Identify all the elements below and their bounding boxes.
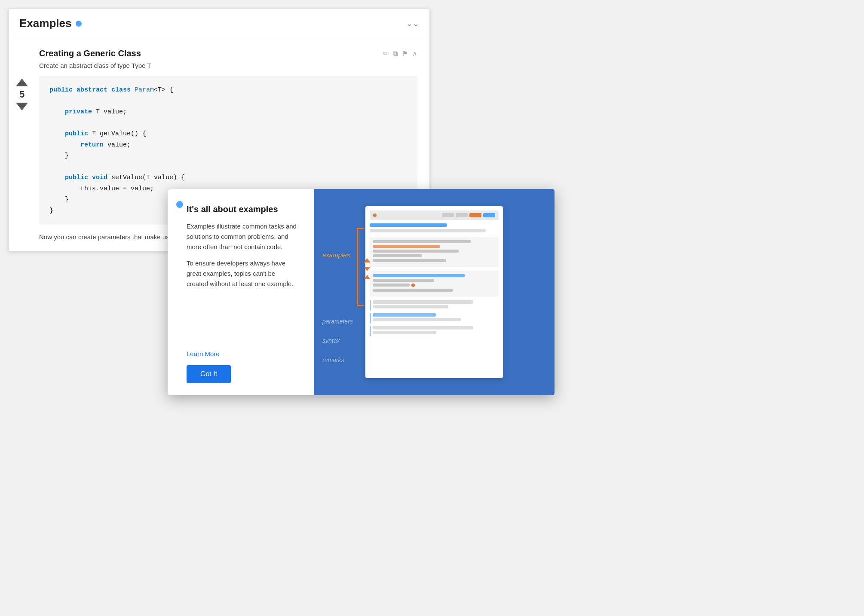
mockup-tab-4 [483, 213, 495, 217]
mockup-remarks-line-2 [373, 331, 436, 334]
mockup-tab-bar [442, 213, 495, 217]
label-examples: examples [322, 251, 350, 259]
external-link-icon[interactable]: ⧉ [393, 50, 398, 58]
orange-bracket-bottom [357, 305, 364, 306]
panel-title: Examples [19, 17, 71, 30]
mockup-param-line-1 [373, 300, 473, 304]
mockup-syntax-line-2 [373, 318, 461, 321]
label-syntax: syntax [322, 337, 340, 344]
mockup-remarks-row [370, 326, 499, 336]
mockup-code-line-5 [373, 259, 446, 262]
mockup-code-line-7 [373, 279, 434, 282]
example-actions: ✏ ⧉ ⚑ ∧ [383, 49, 417, 58]
code-line-8 [49, 162, 407, 173]
mockup-remarks-bar [370, 326, 371, 336]
mockup-section-1 [370, 223, 499, 232]
mockup-code-block-1 [370, 237, 499, 267]
mockup-parameters-row [370, 300, 499, 311]
mockup-syntax-row [370, 313, 499, 323]
label-parameters: parameters [322, 318, 353, 325]
orange-bracket [357, 228, 358, 305]
mockup-syntax-bar [370, 313, 371, 323]
tooltip-right-panel: examples parameters syntax remarks [314, 189, 555, 395]
mockup-code-line-2 [373, 245, 440, 248]
tooltip-body: Examples illustrate common tasks and sol… [187, 221, 298, 350]
mockup-code-line-4 [373, 254, 422, 257]
mockup-container [365, 206, 503, 378]
got-it-button[interactable]: Got It [187, 365, 231, 383]
tooltip-left-panel: It's all about examples Examples illustr… [168, 189, 314, 395]
mockup-remarks-line-1 [373, 326, 473, 329]
mockup-syntax-line-1 [373, 313, 436, 317]
mockup-tab-2 [456, 213, 468, 217]
mockup-line-title [370, 223, 447, 227]
mockup-vote-up-2 [364, 275, 371, 279]
mockup-tab-1 [442, 213, 454, 217]
mockup-bottom-sections [370, 300, 499, 336]
svg-marker-0 [16, 79, 28, 86]
label-remarks: remarks [322, 357, 344, 363]
code-line-7: } [49, 150, 407, 162]
collapse-example-icon[interactable]: ∧ [412, 49, 417, 58]
code-line-2 [49, 96, 407, 107]
mockup-tab-3 [469, 213, 481, 217]
tooltip-overlay: It's all about examples Examples illustr… [168, 189, 555, 395]
panel-title-row: Examples [19, 17, 82, 30]
mockup-vote-down [364, 267, 371, 271]
mockup-vote-up [364, 258, 371, 262]
code-line-6: return value; [49, 140, 407, 151]
mockup-code-line-8 [373, 284, 410, 287]
panel-header: Examples ⌄⌄ [9, 9, 429, 38]
flag-icon[interactable]: ⚑ [402, 49, 408, 58]
mockup-param-lines [373, 300, 499, 311]
mockup-header [370, 210, 499, 220]
tooltip-blue-dot [176, 201, 183, 208]
examples-blue-dot [76, 21, 82, 27]
mockup-param-bar [370, 300, 371, 311]
example-title: Creating a Generic Class [39, 49, 141, 58]
vote-down-button[interactable] [16, 102, 28, 111]
code-line-1: public abstract class Param<T> { [49, 85, 407, 96]
mockup-code-line-6 [373, 274, 465, 277]
collapse-button[interactable]: ⌄⌄ [406, 19, 419, 28]
vote-count: 5 [19, 89, 25, 100]
tooltip-body-p2: To ensure developers always have great e… [187, 258, 298, 289]
mockup-code-block-2 [370, 271, 499, 297]
code-line-9: public void setValue(T value) { [49, 172, 407, 183]
mockup-code-line-3 [373, 250, 459, 253]
mockup-red-dot [411, 284, 415, 287]
mockup-dot [373, 213, 377, 217]
mockup-line-sub [370, 229, 486, 232]
mockup-syntax-lines [373, 313, 499, 323]
code-line-4 [49, 118, 407, 129]
svg-marker-1 [16, 103, 28, 110]
example-description: Create an abstract class of type Type T [39, 62, 417, 69]
mockup-remarks-lines [373, 326, 499, 336]
code-line-3: private T value; [49, 107, 407, 118]
mockup-code-line-1 [373, 240, 471, 243]
edit-icon[interactable]: ✏ [383, 49, 389, 58]
learn-more-link[interactable]: Learn More [187, 350, 298, 357]
vote-section: 5 [9, 73, 35, 116]
mockup-param-line-2 [373, 305, 448, 308]
tooltip-title: It's all about examples [187, 204, 298, 214]
code-line-5: public T getValue() { [49, 128, 407, 140]
mockup-code-line-9 [373, 289, 453, 292]
tooltip-body-p1: Examples illustrate common tasks and sol… [187, 221, 298, 252]
example-title-row: Creating a Generic Class ✏ ⧉ ⚑ ∧ [39, 49, 417, 58]
vote-up-button[interactable] [16, 78, 28, 87]
